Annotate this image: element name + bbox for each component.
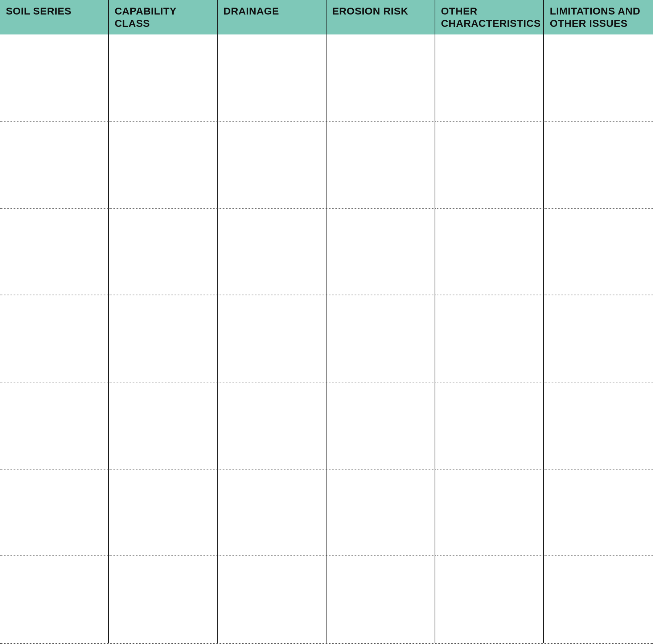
- cell-row1-soil[interactable]: [0, 34, 109, 122]
- header-erosion-risk: EROSION RISK: [326, 0, 435, 34]
- table-row: [0, 382, 653, 469]
- table-row: [0, 34, 653, 122]
- cell-row5-drainage[interactable]: [218, 382, 326, 469]
- header-capability-label: CAPABILITY CLASS: [115, 5, 211, 29]
- header-limitations-label: LIMITATIONS AND OTHER ISSUES: [550, 5, 647, 29]
- cell-row7-capability[interactable]: [109, 556, 218, 643]
- table-row: [0, 469, 653, 557]
- cell-row5-erosion[interactable]: [326, 382, 435, 469]
- header-soil-series: SOIL SERIES: [0, 0, 109, 34]
- cell-row6-limitations[interactable]: [544, 469, 653, 557]
- cell-row1-limitations[interactable]: [544, 34, 653, 122]
- cell-row4-limitations[interactable]: [544, 295, 653, 382]
- table-row: [0, 295, 653, 382]
- cell-row7-drainage[interactable]: [218, 556, 326, 643]
- cell-row3-soil[interactable]: [0, 209, 109, 296]
- cell-row4-drainage[interactable]: [218, 295, 326, 382]
- cell-row5-limitations[interactable]: [544, 382, 653, 469]
- cell-row1-drainage[interactable]: [218, 34, 326, 122]
- cell-row2-erosion[interactable]: [326, 122, 435, 209]
- cell-row4-capability[interactable]: [109, 295, 218, 382]
- cell-row1-other[interactable]: [435, 34, 544, 122]
- table-row: [0, 556, 653, 644]
- cell-row7-erosion[interactable]: [326, 556, 435, 643]
- cell-row6-capability[interactable]: [109, 469, 218, 557]
- cell-row2-limitations[interactable]: [544, 122, 653, 209]
- cell-row5-other[interactable]: [435, 382, 544, 469]
- table-row: [0, 122, 653, 209]
- cell-row4-erosion[interactable]: [326, 295, 435, 382]
- cell-row3-limitations[interactable]: [544, 209, 653, 296]
- cell-row1-erosion[interactable]: [326, 34, 435, 122]
- header-soil-series-label: SOIL SERIES: [6, 5, 71, 17]
- header-drainage-label: DRAINAGE: [223, 5, 279, 17]
- cell-row1-capability[interactable]: [109, 34, 218, 122]
- cell-row2-other[interactable]: [435, 122, 544, 209]
- cell-row3-drainage[interactable]: [218, 209, 326, 296]
- cell-row3-capability[interactable]: [109, 209, 218, 296]
- header-erosion-label: EROSION RISK: [332, 5, 408, 17]
- cell-row3-erosion[interactable]: [326, 209, 435, 296]
- cell-row6-other[interactable]: [435, 469, 544, 557]
- cell-row6-erosion[interactable]: [326, 469, 435, 557]
- header-capability: CAPABILITY CLASS: [109, 0, 218, 34]
- header-limitations: LIMITATIONS AND OTHER ISSUES: [544, 0, 653, 34]
- header-drainage: DRAINAGE: [218, 0, 326, 34]
- header-other-label: OTHER CHARACTERISTICS: [441, 5, 541, 29]
- table-body: [0, 34, 653, 644]
- cell-row2-soil[interactable]: [0, 122, 109, 209]
- table-header: SOIL SERIES CAPABILITY CLASS DRAINAGE ER…: [0, 0, 653, 34]
- cell-row6-drainage[interactable]: [218, 469, 326, 557]
- cell-row2-capability[interactable]: [109, 122, 218, 209]
- soil-table: SOIL SERIES CAPABILITY CLASS DRAINAGE ER…: [0, 0, 653, 644]
- cell-row7-other[interactable]: [435, 556, 544, 643]
- cell-row6-soil[interactable]: [0, 469, 109, 557]
- cell-row5-soil[interactable]: [0, 382, 109, 469]
- cell-row7-limitations[interactable]: [544, 556, 653, 643]
- cell-row4-other[interactable]: [435, 295, 544, 382]
- cell-row7-soil[interactable]: [0, 556, 109, 643]
- cell-row2-drainage[interactable]: [218, 122, 326, 209]
- cell-row5-capability[interactable]: [109, 382, 218, 469]
- cell-row3-other[interactable]: [435, 209, 544, 296]
- header-other-characteristics: OTHER CHARACTERISTICS: [435, 0, 544, 34]
- table-row: [0, 209, 653, 296]
- cell-row4-soil[interactable]: [0, 295, 109, 382]
